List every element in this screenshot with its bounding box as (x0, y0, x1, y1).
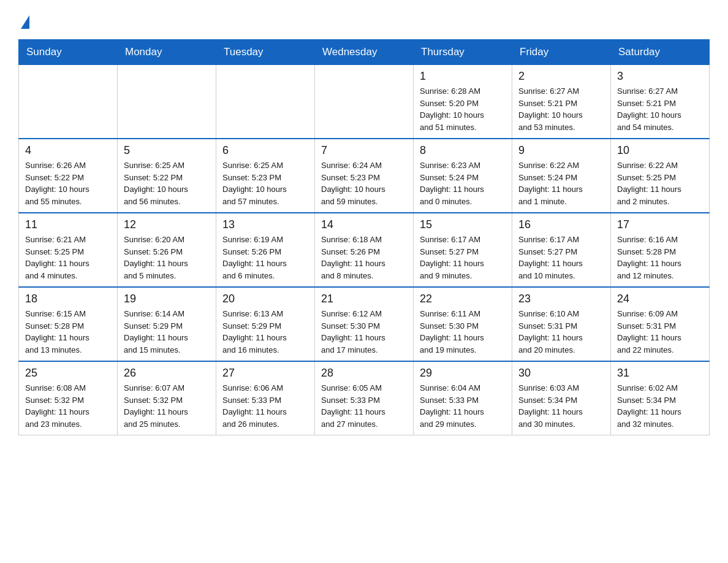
header-cell-thursday: Thursday (414, 40, 512, 65)
day-cell: 27Sunrise: 6:06 AMSunset: 5:33 PMDayligh… (216, 361, 315, 435)
day-cell: 4Sunrise: 6:26 AMSunset: 5:22 PMDaylight… (19, 139, 118, 213)
day-number: 12 (124, 218, 210, 231)
calendar-body: 1Sunrise: 6:28 AMSunset: 5:20 PMDaylight… (19, 65, 710, 435)
day-info: Sunrise: 6:06 AMSunset: 5:33 PMDaylight:… (222, 382, 308, 430)
day-cell: 11Sunrise: 6:21 AMSunset: 5:25 PMDayligh… (19, 213, 118, 287)
day-cell: 28Sunrise: 6:05 AMSunset: 5:33 PMDayligh… (315, 361, 414, 435)
day-info: Sunrise: 6:28 AMSunset: 5:20 PMDaylight:… (420, 85, 506, 133)
day-cell: 22Sunrise: 6:11 AMSunset: 5:30 PMDayligh… (414, 287, 512, 361)
day-number: 6 (222, 144, 308, 157)
day-cell (216, 65, 315, 139)
logo (18, 12, 29, 29)
day-cell: 30Sunrise: 6:03 AMSunset: 5:34 PMDayligh… (512, 361, 611, 435)
day-info: Sunrise: 6:25 AMSunset: 5:23 PMDaylight:… (222, 159, 308, 207)
day-cell: 19Sunrise: 6:14 AMSunset: 5:29 PMDayligh… (118, 287, 216, 361)
day-number: 31 (617, 367, 703, 380)
day-cell: 12Sunrise: 6:20 AMSunset: 5:26 PMDayligh… (118, 213, 216, 287)
calendar-header: SundayMondayTuesdayWednesdayThursdayFrid… (19, 40, 710, 65)
calendar-table: SundayMondayTuesdayWednesdayThursdayFrid… (18, 39, 710, 435)
day-cell: 23Sunrise: 6:10 AMSunset: 5:31 PMDayligh… (512, 287, 611, 361)
day-info: Sunrise: 6:10 AMSunset: 5:31 PMDaylight:… (518, 308, 604, 356)
day-cell: 5Sunrise: 6:25 AMSunset: 5:22 PMDaylight… (118, 139, 216, 213)
day-info: Sunrise: 6:20 AMSunset: 5:26 PMDaylight:… (124, 234, 210, 282)
day-number: 24 (617, 293, 703, 305)
day-cell: 13Sunrise: 6:19 AMSunset: 5:26 PMDayligh… (216, 213, 315, 287)
day-info: Sunrise: 6:18 AMSunset: 5:26 PMDaylight:… (321, 234, 407, 282)
header-cell-wednesday: Wednesday (315, 40, 414, 65)
day-number: 27 (222, 367, 308, 380)
day-number: 14 (321, 218, 407, 231)
day-cell: 7Sunrise: 6:24 AMSunset: 5:23 PMDaylight… (315, 139, 414, 213)
day-info: Sunrise: 6:22 AMSunset: 5:24 PMDaylight:… (518, 159, 604, 207)
day-cell: 20Sunrise: 6:13 AMSunset: 5:29 PMDayligh… (216, 287, 315, 361)
day-info: Sunrise: 6:05 AMSunset: 5:33 PMDaylight:… (321, 382, 407, 430)
header-row: SundayMondayTuesdayWednesdayThursdayFrid… (19, 40, 710, 65)
day-cell: 2Sunrise: 6:27 AMSunset: 5:21 PMDaylight… (512, 65, 611, 139)
day-cell: 10Sunrise: 6:22 AMSunset: 5:25 PMDayligh… (611, 139, 710, 213)
logo-general-text (18, 12, 29, 29)
logo-triangle-icon (21, 15, 29, 29)
day-number: 9 (518, 144, 604, 157)
day-number: 16 (518, 218, 604, 231)
day-info: Sunrise: 6:04 AMSunset: 5:33 PMDaylight:… (420, 382, 506, 430)
day-info: Sunrise: 6:19 AMSunset: 5:26 PMDaylight:… (222, 234, 308, 282)
day-cell (19, 65, 118, 139)
day-number: 4 (25, 144, 111, 157)
day-number: 29 (420, 367, 506, 380)
day-cell: 9Sunrise: 6:22 AMSunset: 5:24 PMDaylight… (512, 139, 611, 213)
week-row-1: 1Sunrise: 6:28 AMSunset: 5:20 PMDaylight… (19, 65, 710, 139)
day-info: Sunrise: 6:07 AMSunset: 5:32 PMDaylight:… (124, 382, 210, 430)
day-cell: 14Sunrise: 6:18 AMSunset: 5:26 PMDayligh… (315, 213, 414, 287)
day-number: 1 (420, 70, 506, 83)
day-number: 15 (420, 218, 506, 231)
day-number: 3 (617, 70, 703, 83)
day-cell: 16Sunrise: 6:17 AMSunset: 5:27 PMDayligh… (512, 213, 611, 287)
day-number: 23 (518, 293, 604, 305)
day-cell: 31Sunrise: 6:02 AMSunset: 5:34 PMDayligh… (611, 361, 710, 435)
day-info: Sunrise: 6:03 AMSunset: 5:34 PMDaylight:… (518, 382, 604, 430)
day-number: 20 (222, 293, 308, 305)
day-number: 22 (420, 293, 506, 305)
day-cell: 6Sunrise: 6:25 AMSunset: 5:23 PMDaylight… (216, 139, 315, 213)
day-info: Sunrise: 6:25 AMSunset: 5:22 PMDaylight:… (124, 159, 210, 207)
day-cell: 8Sunrise: 6:23 AMSunset: 5:24 PMDaylight… (414, 139, 512, 213)
day-info: Sunrise: 6:27 AMSunset: 5:21 PMDaylight:… (617, 85, 703, 133)
day-info: Sunrise: 6:17 AMSunset: 5:27 PMDaylight:… (518, 234, 604, 282)
day-info: Sunrise: 6:26 AMSunset: 5:22 PMDaylight:… (25, 159, 111, 207)
day-number: 28 (321, 367, 407, 380)
day-info: Sunrise: 6:22 AMSunset: 5:25 PMDaylight:… (617, 159, 703, 207)
day-cell: 1Sunrise: 6:28 AMSunset: 5:20 PMDaylight… (414, 65, 512, 139)
header-cell-monday: Monday (118, 40, 216, 65)
day-number: 30 (518, 367, 604, 380)
day-cell: 25Sunrise: 6:08 AMSunset: 5:32 PMDayligh… (19, 361, 118, 435)
day-number: 13 (222, 218, 308, 231)
day-cell: 26Sunrise: 6:07 AMSunset: 5:32 PMDayligh… (118, 361, 216, 435)
day-number: 17 (617, 218, 703, 231)
day-info: Sunrise: 6:08 AMSunset: 5:32 PMDaylight:… (25, 382, 111, 430)
page-header (18, 12, 710, 29)
day-info: Sunrise: 6:09 AMSunset: 5:31 PMDaylight:… (617, 308, 703, 356)
header-cell-tuesday: Tuesday (216, 40, 315, 65)
day-cell: 17Sunrise: 6:16 AMSunset: 5:28 PMDayligh… (611, 213, 710, 287)
day-info: Sunrise: 6:24 AMSunset: 5:23 PMDaylight:… (321, 159, 407, 207)
header-cell-saturday: Saturday (611, 40, 710, 65)
day-cell (118, 65, 216, 139)
day-cell: 24Sunrise: 6:09 AMSunset: 5:31 PMDayligh… (611, 287, 710, 361)
day-number: 7 (321, 144, 407, 157)
day-number: 2 (518, 70, 604, 83)
day-number: 10 (617, 144, 703, 157)
day-cell: 15Sunrise: 6:17 AMSunset: 5:27 PMDayligh… (414, 213, 512, 287)
day-number: 25 (25, 367, 111, 380)
day-number: 21 (321, 293, 407, 305)
day-cell: 29Sunrise: 6:04 AMSunset: 5:33 PMDayligh… (414, 361, 512, 435)
day-info: Sunrise: 6:16 AMSunset: 5:28 PMDaylight:… (617, 234, 703, 282)
week-row-4: 18Sunrise: 6:15 AMSunset: 5:28 PMDayligh… (19, 287, 710, 361)
day-info: Sunrise: 6:02 AMSunset: 5:34 PMDaylight:… (617, 382, 703, 430)
day-number: 5 (124, 144, 210, 157)
day-cell: 21Sunrise: 6:12 AMSunset: 5:30 PMDayligh… (315, 287, 414, 361)
day-info: Sunrise: 6:23 AMSunset: 5:24 PMDaylight:… (420, 159, 506, 207)
day-cell: 18Sunrise: 6:15 AMSunset: 5:28 PMDayligh… (19, 287, 118, 361)
day-number: 11 (25, 218, 111, 231)
day-info: Sunrise: 6:13 AMSunset: 5:29 PMDaylight:… (222, 308, 308, 356)
week-row-2: 4Sunrise: 6:26 AMSunset: 5:22 PMDaylight… (19, 139, 710, 213)
